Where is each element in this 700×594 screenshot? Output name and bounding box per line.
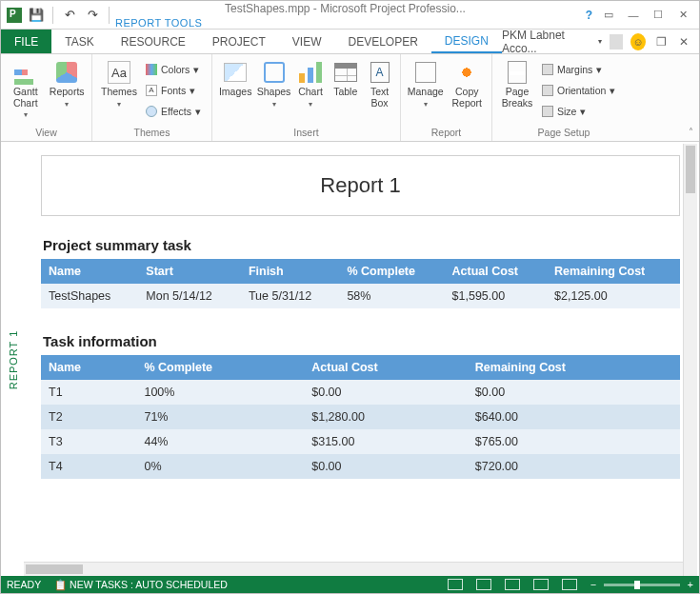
tab-design[interactable]: DESIGN: [431, 30, 502, 53]
ribbon-display-options[interactable]: ▭: [600, 7, 617, 24]
col-name: Name: [41, 259, 138, 284]
chart-button[interactable]: Chart▾: [295, 58, 327, 109]
view-shortcut-3[interactable]: [505, 579, 520, 590]
ribbon-tabs: FILE TASK RESOURCE PROJECT VIEW DEVELOPE…: [1, 30, 699, 54]
zoom-in-button[interactable]: +: [688, 579, 693, 590]
col-start: Start: [138, 259, 241, 284]
tasks-table[interactable]: Name % Complete Actual Cost Remaining Co…: [41, 355, 680, 479]
view-side-tab[interactable]: REPORT 1: [3, 144, 24, 576]
redo-button[interactable]: ↷: [84, 7, 101, 24]
close-mdi-button[interactable]: ✕: [676, 33, 691, 50]
copy-report-button[interactable]: Copy Report: [449, 58, 487, 109]
status-bar: READY 📋 NEW TASKS : AUTO SCHEDULED − +: [1, 576, 699, 593]
tab-developer[interactable]: DEVELOPER: [335, 30, 431, 53]
effects-button[interactable]: Effects▾: [144, 102, 203, 121]
horizontal-scrollbar[interactable]: [24, 562, 683, 576]
view-shortcut-1[interactable]: [448, 579, 463, 590]
page-breaks-button[interactable]: Page Breaks: [498, 58, 536, 109]
avatar-icon[interactable]: [610, 34, 623, 50]
table-row: T344%$315.00$765.00: [41, 429, 680, 454]
col-pct: % Complete: [339, 259, 444, 284]
view-shortcut-2[interactable]: [476, 579, 491, 590]
save-icon[interactable]: 💾: [28, 7, 45, 24]
status-newtasks[interactable]: 📋 NEW TASKS : AUTO SCHEDULED: [54, 579, 228, 591]
table-row: TestShapes Mon 5/14/12 Tue 5/31/12 58% $…: [41, 284, 680, 308]
group-label-view: View: [1, 125, 91, 141]
account-menu[interactable]: PKM Labnet Acco...: [502, 29, 590, 55]
app-icon: [7, 8, 22, 23]
tasks-heading: Task information: [43, 333, 680, 349]
undo-button[interactable]: ↶: [61, 7, 78, 24]
table-button[interactable]: Table: [330, 58, 361, 98]
summary-heading: Project summary task: [43, 237, 680, 253]
view-shortcut-4[interactable]: [533, 579, 549, 590]
zoom-out-button[interactable]: −: [590, 579, 596, 590]
colors-button[interactable]: Colors▾: [144, 60, 203, 79]
file-tab[interactable]: FILE: [1, 30, 51, 53]
table-row: T40%$0.00$720.00: [41, 454, 680, 479]
report-canvas[interactable]: Report 1 Project summary task Name Start…: [24, 144, 697, 576]
group-label-report: Report: [401, 125, 491, 141]
col-remain: Remaining Cost: [547, 259, 680, 284]
vertical-scrollbar[interactable]: [683, 144, 697, 576]
help-button[interactable]: ?: [586, 9, 592, 22]
tab-task[interactable]: TASK: [51, 30, 107, 53]
group-label-insert: Insert: [212, 125, 400, 141]
feedback-icon[interactable]: ☺: [630, 33, 646, 50]
tab-project[interactable]: PROJECT: [199, 30, 279, 53]
group-label-pagesetup: Page Setup: [492, 125, 635, 141]
shapes-button[interactable]: Shapes▾: [256, 58, 290, 109]
reports-button[interactable]: Reports▾: [49, 58, 87, 109]
fonts-button[interactable]: AFonts▾: [144, 81, 203, 100]
textbox-button[interactable]: AText Box: [365, 58, 394, 109]
summary-table[interactable]: Name Start Finish % Complete Actual Cost…: [41, 259, 680, 308]
maximize-button[interactable]: ☐: [650, 7, 667, 24]
size-button[interactable]: Size▾: [540, 102, 617, 121]
ribbon: Gantt Chart▾ Reports▾ View Aa Themes▾ Co…: [1, 54, 699, 142]
table-row: T1100%$0.00$0.00: [41, 380, 680, 405]
tab-view[interactable]: VIEW: [279, 30, 335, 53]
tab-resource[interactable]: RESOURCE: [108, 30, 199, 53]
minimize-button[interactable]: —: [625, 7, 642, 24]
images-button[interactable]: Images: [218, 58, 252, 98]
title-bar: 💾 ↶ ↷ TestShapes.mpp - Microsoft Project…: [1, 1, 699, 30]
restore-mdi-button[interactable]: ❐: [653, 33, 669, 50]
orientation-button[interactable]: Orientation▾: [540, 81, 617, 100]
themes-button[interactable]: Aa Themes▾: [98, 58, 140, 109]
window-title: TestShapes.mpp - Microsoft Project Profe…: [111, 2, 586, 29]
manage-button[interactable]: Manage▾: [407, 58, 445, 109]
close-button[interactable]: ✕: [674, 7, 691, 24]
col-finish: Finish: [241, 259, 340, 284]
group-label-themes: Themes: [92, 125, 211, 141]
col-actual: Actual Cost: [445, 259, 548, 284]
collapse-ribbon-button[interactable]: ˄: [689, 127, 693, 137]
contextual-tab-label: REPORT TOOLS: [111, 15, 586, 29]
report-title[interactable]: Report 1: [41, 155, 680, 216]
view-shortcut-5[interactable]: [562, 579, 577, 590]
table-row: T271%$1,280.00$640.00: [41, 405, 680, 429]
margins-button[interactable]: Margins▾: [540, 60, 617, 79]
zoom-slider[interactable]: − +: [590, 579, 693, 590]
status-ready: READY: [7, 579, 41, 590]
gantt-chart-button[interactable]: Gantt Chart▾: [7, 58, 45, 119]
